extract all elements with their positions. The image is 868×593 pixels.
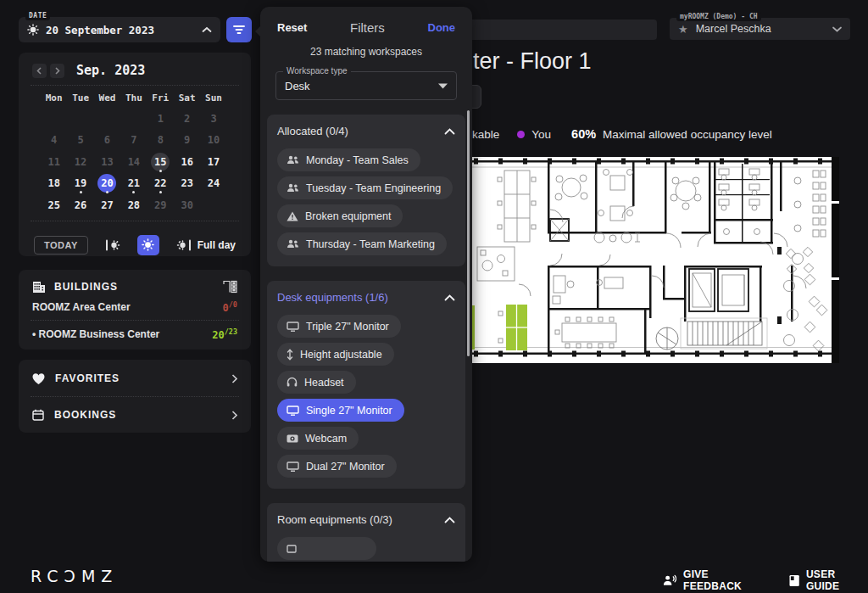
filter-chip-tuesday-team-engineering[interactable]: Tuesday - Team Engineering: [277, 176, 453, 199]
full-day-label[interactable]: Full day: [198, 239, 236, 251]
chevron-up-icon[interactable]: [444, 294, 455, 301]
filter-chip-triple-27-monitor[interactable]: Triple 27" Monitor: [277, 315, 401, 338]
buildings-panel: BUILDINGS ROOMZ Area Center0/0ROOMZ Busi…: [19, 270, 251, 350]
done-button[interactable]: Done: [428, 21, 456, 34]
calendar-day-6: 6: [94, 130, 120, 152]
calendar-month-label: Sep. 2023: [76, 63, 145, 78]
chip-label: Dual 27" Monitor: [306, 461, 385, 473]
morning-half-day-button[interactable]: [102, 235, 124, 255]
calendar-day-25[interactable]: 25: [41, 194, 67, 216]
calendar-day-10: 10: [200, 130, 226, 152]
monitor-icon: [287, 462, 299, 472]
headset-icon: [287, 377, 298, 388]
calendar-day-16[interactable]: 16: [174, 151, 200, 173]
user-guide-button[interactable]: USER GUIDE: [789, 568, 868, 592]
sidebar-item-bookings[interactable]: BOOKINGS: [19, 397, 251, 433]
star-icon: ★: [678, 23, 688, 36]
section-allocated: Allocated (0/4) Monday - Team SalesTuesd…: [267, 115, 465, 266]
heart-icon: [32, 373, 45, 384]
filters-panel: Reset Filters Done 23 matching workspace…: [260, 7, 472, 562]
chevron-up-icon[interactable]: [444, 517, 455, 523]
filter-chip-thursday-team-marketing[interactable]: Thursday - Team Marketing: [277, 232, 447, 255]
filter-chip-webcam[interactable]: Webcam: [277, 427, 359, 450]
weekday-label: Fri: [147, 92, 174, 108]
calendar-day-3: 3: [200, 108, 226, 130]
calendar-icon: [32, 409, 44, 421]
legend-bookable-label: kable: [472, 128, 499, 141]
buildings-title: BUILDINGS: [54, 281, 223, 293]
account-select[interactable]: myROOMZ (Demo) - CH ★ Marcel Peschka: [670, 18, 850, 40]
filter-chip[interactable]: [277, 537, 376, 560]
workspace-type-label: Workspace type: [283, 66, 351, 76]
chip-label: Triple 27" Monitor: [306, 321, 389, 333]
page-title: ter - Floor 1: [473, 48, 592, 75]
user-guide-label: USER GUIDE: [806, 568, 868, 592]
chevron-right-icon: [231, 374, 237, 383]
filter-chip-single-27-monitor[interactable]: Single 27" Monitor: [277, 399, 404, 422]
calendar-day-23[interactable]: 23: [174, 173, 200, 195]
chip-label: Tuesday - Team Engineering: [306, 182, 441, 194]
today-button[interactable]: TODAY: [34, 236, 88, 255]
reset-button[interactable]: Reset: [277, 21, 307, 34]
building-row[interactable]: ROOMZ Business Center20/23: [19, 321, 251, 341]
monitor-icon: [287, 322, 299, 332]
date-picker-field[interactable]: DATE 20 September 2023: [19, 17, 220, 42]
calendar-day-21[interactable]: 21: [120, 173, 147, 195]
bookings-label: BOOKINGS: [54, 409, 231, 421]
webcam-icon: [287, 434, 298, 443]
chevron-up-icon: [202, 26, 212, 33]
weekday-label: Mon: [41, 92, 67, 108]
weekday-label: Thu: [120, 92, 147, 108]
filter-chip-dual-27-monitor[interactable]: Dual 27" Monitor: [277, 455, 397, 478]
weekday-label: Tue: [67, 92, 93, 108]
filter-chip-height-adjustable[interactable]: Height adjustable: [277, 343, 394, 366]
occupancy-label: Maximal allowed occupancy level: [603, 128, 772, 141]
calendar-day-27[interactable]: 27: [94, 194, 120, 216]
calendar-next-button[interactable]: [50, 64, 64, 78]
calendar-day-19[interactable]: 19: [67, 173, 93, 195]
calendar-day-15[interactable]: 15: [147, 151, 174, 173]
legend-you-label: You: [531, 128, 551, 141]
section-title: Allocated (0/4): [277, 125, 444, 137]
calendar-day-22[interactable]: 22: [147, 173, 174, 195]
calendar-day-28[interactable]: 28: [120, 194, 147, 216]
filter-chip-monday-team-sales[interactable]: Monday - Team Sales: [277, 148, 420, 171]
you-dot-icon: [517, 131, 525, 138]
filter-chip-broken-equipment[interactable]: Broken equipment: [277, 204, 403, 227]
give-feedback-button[interactable]: GIVE FEEDBACK: [663, 568, 765, 592]
workspace-type-select[interactable]: Workspace type Desk: [275, 71, 457, 100]
calendar-day-4: 4: [41, 130, 67, 152]
panel-scrollbar[interactable]: [467, 110, 470, 356]
filter-chip-headset[interactable]: Headset: [277, 371, 356, 394]
floorplan-image[interactable]: [472, 157, 839, 363]
calendar-day-20[interactable]: 20: [94, 173, 120, 195]
floorplan-view-icon[interactable]: [223, 280, 237, 294]
section-title: Room equipments (0/3): [277, 513, 444, 526]
feedback-icon: [663, 574, 676, 586]
sidebar-item-favorites[interactable]: FAVORITES: [19, 361, 251, 396]
chip-label: Webcam: [305, 433, 347, 445]
filters-button[interactable]: [226, 17, 252, 42]
empty-day-cell: [41, 108, 67, 130]
calendar-day-17[interactable]: 17: [200, 151, 226, 173]
calendar-day-30: 30: [174, 194, 200, 216]
calendar-day-18[interactable]: 18: [41, 173, 67, 195]
afternoon-half-day-button[interactable]: [173, 235, 195, 255]
account-env-label: myROOMZ (Demo) - CH: [676, 12, 761, 21]
calendar-day-24[interactable]: 24: [200, 173, 226, 195]
building-row[interactable]: ROOMZ Area Center0/0: [19, 294, 251, 314]
calendar-day-12: 12: [67, 151, 93, 173]
calendar-prev-button[interactable]: [32, 64, 47, 78]
filters-panel-title: Filters: [307, 20, 427, 35]
full-sun-button[interactable]: [137, 235, 159, 255]
chevron-down-icon: [438, 83, 448, 89]
team-icon: [287, 155, 299, 165]
empty-day-cell: [120, 108, 147, 130]
calendar-days-grid: 1234567891011121314151617181920212223242…: [41, 108, 251, 216]
calendar-day-26[interactable]: 26: [67, 194, 93, 216]
calendar-day-14: 14: [120, 151, 147, 173]
chevron-right-icon: [231, 411, 237, 420]
building-icon: [32, 281, 46, 294]
building-name: ROOMZ Area Center: [32, 301, 223, 313]
chevron-up-icon[interactable]: [444, 128, 455, 135]
